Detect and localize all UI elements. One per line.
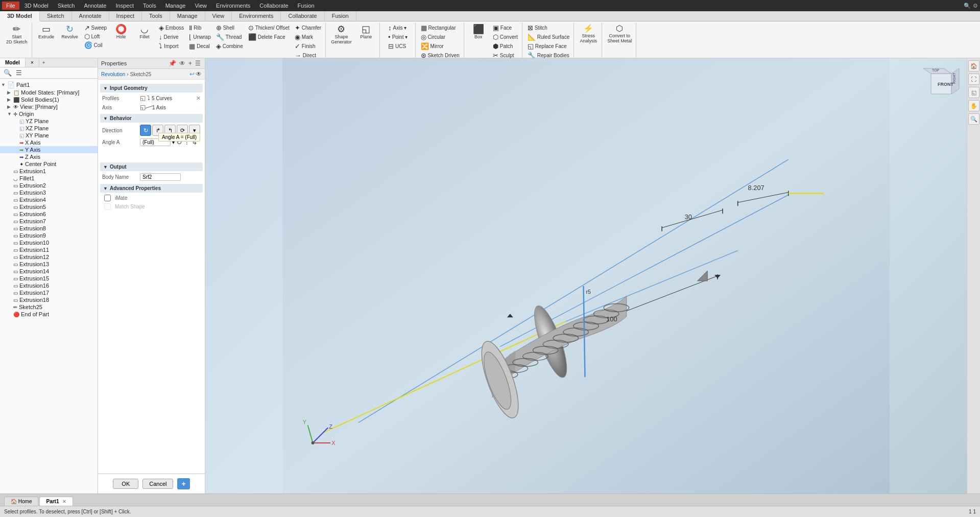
btn-chamfer[interactable]: ✦ Chamfer — [293, 24, 323, 32]
btn-derive[interactable]: ↓ Derive — [157, 33, 186, 41]
file-menu[interactable]: File — [2, 2, 19, 10]
tree-item-extrusion5[interactable]: ▭ Extrusion5 — [0, 203, 98, 210]
bottom-tab-part1[interactable]: Part1 ✕ — [39, 497, 73, 506]
tree-item-yz-plane[interactable]: ◱ YZ Plane — [0, 118, 98, 125]
tab-tools[interactable]: Tools — [142, 11, 170, 21]
menu-collaborate[interactable]: Collaborate — [255, 2, 292, 10]
section-input-geometry[interactable]: ▼ Input Geometry — [100, 84, 203, 92]
tree-item-fillet1[interactable]: ◡ Fillet1 — [0, 175, 98, 182]
btn-coil[interactable]: 🌀 Coil — [82, 41, 109, 50]
btn-revolve[interactable]: ↻ Revolve — [59, 24, 81, 40]
btn-ucs[interactable]: ⊟ UCS — [386, 42, 410, 51]
tree-item-extrusion8[interactable]: ▭ Extrusion8 — [0, 225, 98, 232]
btn-axis[interactable]: ↕ Axis ▾ — [386, 24, 410, 32]
viewcube[interactable]: FRONT TOP RIGHT — [921, 63, 962, 104]
menu-3dmodel[interactable]: 3D Model — [20, 2, 53, 10]
btn-patch[interactable]: ⬢ Patch — [491, 42, 520, 51]
btn-box-freeform[interactable]: ⬛ Box — [467, 24, 490, 40]
tree-item-extrusion12[interactable]: ▭ Extrusion12 — [0, 253, 98, 261]
btn-convert-freeform[interactable]: ⬡ Convert — [491, 33, 520, 41]
tree-item-extrusion11[interactable]: ▭ Extrusion11 — [0, 246, 98, 253]
tab-annotate[interactable]: Annotate — [72, 11, 109, 21]
rt-pan-btn[interactable]: ✋ — [968, 100, 979, 111]
panel-menu-btn[interactable]: ☰ — [14, 68, 23, 77]
btn-thicken-offset[interactable]: ⊙ Thicken/ Offset — [246, 24, 292, 32]
body-name-input[interactable] — [140, 173, 181, 181]
btn-mirror[interactable]: 🔀 Mirror — [419, 42, 462, 51]
tree-item-extrusion9[interactable]: ▭ Extrusion9 — [0, 232, 98, 239]
tree-item-view-primary[interactable]: ▶ 👁 View: [Primary] — [0, 103, 98, 110]
btn-thread[interactable]: 🔧 Thread — [214, 33, 245, 41]
part1-tab-close[interactable]: ✕ — [62, 499, 66, 504]
tree-item-extrusion1[interactable]: ▭ Extrusion1 — [0, 168, 98, 175]
tree-item-z-axis[interactable]: ➡ Z Axis — [0, 153, 98, 160]
tree-item-extrusion10[interactable]: ▭ Extrusion10 — [0, 239, 98, 246]
props-back-btn[interactable]: ↩ — [189, 70, 195, 78]
panel-search-btn[interactable]: 🔍 — [2, 68, 13, 77]
btn-point[interactable]: • Point ▾ — [386, 33, 410, 41]
tab-collaborate[interactable]: Collaborate — [281, 11, 324, 21]
imate-checkbox[interactable] — [104, 195, 111, 201]
props-eye-btn[interactable]: 👁 — [178, 60, 186, 67]
btn-decal[interactable]: ▦ Decal — [187, 42, 212, 51]
btn-stress-analysis[interactable]: ⚡ StressAnalysis — [577, 24, 600, 44]
tree-item-origin[interactable]: ▼ ✛ Origin — [0, 110, 98, 118]
tree-item-extrusion4[interactable]: ▭ Extrusion4 — [0, 196, 98, 203]
btn-rectangular[interactable]: ▦ Rectangular — [419, 24, 462, 32]
tree-item-part1[interactable]: ▼ 📄 Part1 — [0, 81, 98, 89]
cancel-button[interactable]: Cancel — [142, 479, 173, 489]
tree-item-extrusion15[interactable]: ▭ Extrusion15 — [0, 275, 98, 282]
tree-item-y-axis[interactable]: ➡ Y Axis — [0, 146, 98, 153]
tree-item-sketch25[interactable]: ✏ Sketch25 — [0, 303, 98, 311]
breadcrumb-revolution[interactable]: Revolution — [101, 72, 125, 77]
btn-convert-sheet-metal[interactable]: ⬡ Convert toSheet Metal — [605, 24, 634, 44]
btn-circular[interactable]: ◎ Circular — [419, 33, 462, 41]
btn-shell[interactable]: ⊕ Shell — [214, 24, 245, 32]
btn-combine[interactable]: ◈ Combine — [214, 42, 245, 51]
section-advanced[interactable]: ▼ Advanced Properties — [100, 184, 203, 193]
section-output[interactable]: ▼ Output — [100, 162, 203, 171]
menu-view[interactable]: View — [190, 2, 211, 10]
rt-fullscreen-btn[interactable]: ⛶ — [968, 74, 979, 85]
rt-zoom-btn[interactable]: 🔍 — [968, 113, 979, 125]
btn-fillet[interactable]: ◡ Fillet — [133, 24, 156, 40]
match-shape-checkbox[interactable] — [104, 203, 111, 210]
viewport[interactable]: r5 100 30 8.207 Z X — [205, 58, 967, 494]
menu-annotate[interactable]: Annotate — [80, 2, 110, 10]
btn-extrude[interactable]: ▭ Extrude — [35, 24, 58, 40]
tree-item-extrusion18[interactable]: ▭ Extrusion18 — [0, 296, 98, 303]
menu-manage[interactable]: Manage — [161, 2, 190, 10]
props-plus-tab-btn[interactable]: + — [187, 60, 193, 67]
btn-shape-generator[interactable]: ⚙ ShapeGenerator — [329, 24, 354, 45]
panel-tab-model[interactable]: Model — [0, 58, 26, 67]
btn-stitch[interactable]: ⊠ Stitch — [525, 24, 571, 32]
tree-item-extrusion16[interactable]: ▭ Extrusion16 — [0, 282, 98, 289]
btn-delete-face[interactable]: ⬛ Delete Face — [246, 33, 292, 41]
rt-home-btn[interactable]: 🏠 — [968, 60, 979, 72]
menu-fusion[interactable]: Fusion — [294, 2, 319, 10]
tab-fusion[interactable]: Fusion — [325, 11, 356, 21]
btn-ruled-surface[interactable]: 📐 Ruled Surface — [525, 33, 571, 41]
bottom-tab-home[interactable]: 🏠 Home — [4, 497, 38, 506]
tree-item-extrusion7[interactable]: ▭ Extrusion7 — [0, 218, 98, 225]
btn-loft[interactable]: ⬡ Loft — [82, 32, 109, 41]
tree-item-extrusion17[interactable]: ▭ Extrusion17 — [0, 289, 98, 296]
btn-rib[interactable]: Ⅱ Rib — [187, 24, 212, 32]
panel-add-tab[interactable]: + — [40, 58, 47, 67]
ok-button[interactable]: OK — [113, 479, 138, 489]
menu-environments[interactable]: Environments — [212, 2, 254, 10]
btn-unwrap[interactable]: ⌊ Unwrap — [187, 33, 212, 41]
tree-item-center-point[interactable]: ✦ Center Point — [0, 160, 98, 168]
dir-btn-full[interactable]: ↻ — [140, 125, 151, 136]
btn-start-2d-sketch[interactable]: ✏ Start2D Sketch — [4, 24, 30, 45]
tab-sketch[interactable]: Sketch — [40, 11, 72, 21]
tree-item-solid-bodies[interactable]: ▶ ⬛ Solid Bodies(1) — [0, 96, 98, 103]
btn-import[interactable]: ⤵ Import — [157, 42, 186, 51]
tree-item-extrusion2[interactable]: ▭ Extrusion2 — [0, 182, 98, 189]
tree-item-xy-plane[interactable]: ◱ XY Plane — [0, 132, 98, 139]
tree-item-extrusion13[interactable]: ▭ Extrusion13 — [0, 261, 98, 268]
tab-inspect[interactable]: Inspect — [109, 11, 142, 21]
btn-hole[interactable]: ⭕ Hole — [110, 24, 132, 40]
btn-finish[interactable]: ✓ Finish — [293, 42, 323, 51]
btn-plane[interactable]: ◱ Plane — [355, 24, 377, 40]
